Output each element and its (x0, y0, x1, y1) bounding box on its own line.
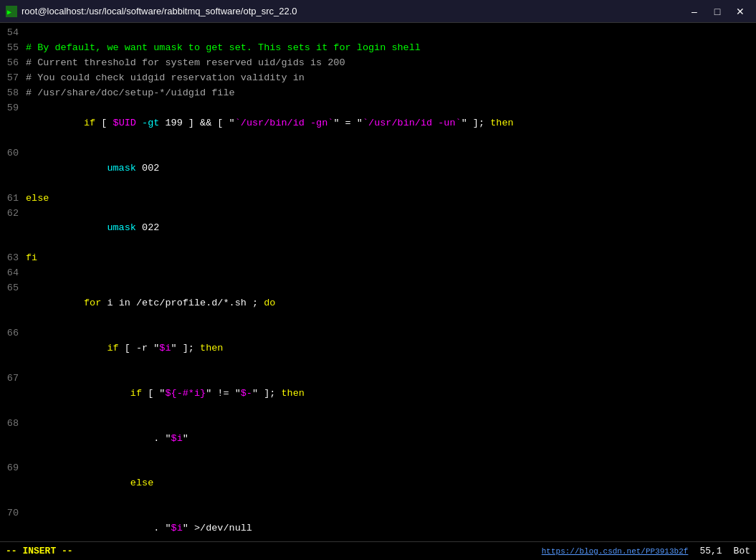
editor-area[interactable]: 54 55 # By default, we want umask to get… (0, 23, 756, 541)
terminal-icon: ▶ (6, 6, 17, 17)
code-content: 54 55 # By default, we want umask to get… (0, 26, 756, 541)
line-66: 66 if [ -r "$i" ]; then (0, 326, 756, 371)
title-bar: ▶ root@localhost:/usr/local/software/rab… (0, 0, 756, 23)
line-62: 62 umask 022 (0, 207, 756, 252)
line-61: 61 else (0, 191, 756, 207)
line-70: 70 . "$i" >/dev/null (0, 506, 756, 541)
line-59: 59 if [ $UID -gt 199 ] && [ "`/usr/bin/i… (0, 101, 756, 146)
line-68: 68 . "$i" (0, 417, 756, 462)
minimize-button[interactable]: – (684, 4, 704, 19)
scroll-position: Bot (734, 546, 750, 556)
line-67: 67 if [ "${-#*i}" != "$-" ]; then (0, 371, 756, 417)
maximize-button[interactable]: □ (707, 4, 727, 19)
line-55: 55 # By default, we want umask to get se… (0, 41, 756, 56)
line-64: 64 (0, 266, 756, 281)
status-right: https://blog.csdn.net/PP3913b2f 55,1 Bot (542, 546, 750, 556)
cursor-position: 55,1 (699, 546, 722, 556)
title-bar-left: ▶ root@localhost:/usr/local/software/rab… (6, 6, 297, 17)
line-63: 63 fi (0, 251, 756, 266)
status-bar: -- INSERT -- https://blog.csdn.net/PP391… (0, 541, 756, 560)
editor-mode: -- INSERT -- (6, 546, 73, 556)
line-65: 65 for i in /etc/profile.d/*.sh ; do (0, 281, 756, 326)
close-button[interactable]: ✕ (730, 4, 750, 19)
svg-text:▶: ▶ (7, 9, 11, 16)
line-57: 57 # You could check uidgid reservation … (0, 71, 756, 86)
window-controls: – □ ✕ (684, 4, 750, 19)
window-title: root@localhost:/usr/local/software/rabbi… (21, 6, 297, 16)
url-display: https://blog.csdn.net/PP3913b2f (542, 547, 689, 556)
line-60: 60 umask 002 (0, 146, 756, 191)
line-58: 58 # /usr/share/doc/setup-*/uidgid file (0, 86, 756, 101)
line-54: 54 (0, 26, 756, 41)
terminal-window: ▶ root@localhost:/usr/local/software/rab… (0, 0, 756, 560)
line-69: 69 else (0, 461, 756, 506)
line-56: 56 # Current threshold for system reserv… (0, 56, 756, 71)
